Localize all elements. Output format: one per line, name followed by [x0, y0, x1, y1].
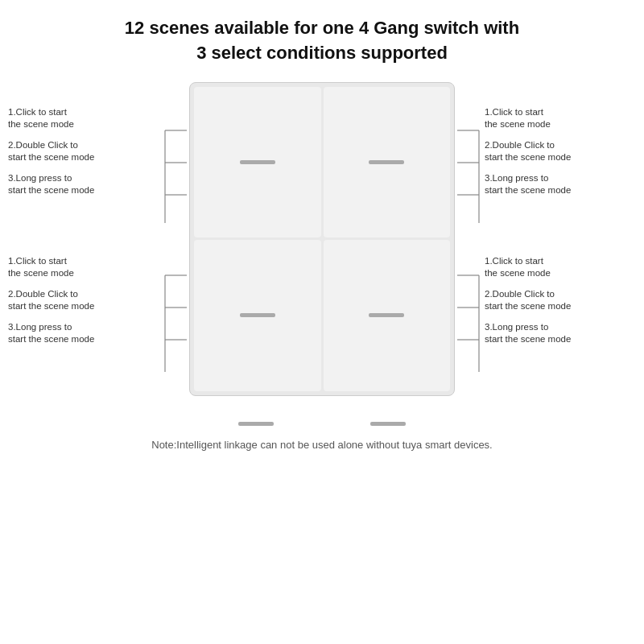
switch-quadrant-br[interactable] [324, 240, 451, 391]
title-line2: 3 select conditions supported [196, 43, 448, 63]
right-top-item2: 2.Double Click to start the scene mode [485, 139, 636, 164]
left-bottom-annotations: 1.Click to start the scene mode 2.Double… [8, 255, 159, 346]
bottom-indicator-left [238, 422, 274, 426]
switch-quadrant-bl[interactable] [194, 240, 321, 391]
switch-device [189, 82, 455, 396]
indicator-tr [369, 160, 404, 164]
switch-device-wrapper [189, 82, 455, 404]
note-text: Note:Intelligent linkage can not be used… [151, 437, 492, 453]
switch-quadrant-tr[interactable] [324, 87, 451, 238]
right-top-item3: 3.Long press to start the scene mode [485, 172, 636, 197]
title-line1: 12 scenes available for one 4 Gang switc… [125, 18, 519, 38]
indicator-bl [240, 313, 275, 317]
bottom-indicators [238, 422, 406, 426]
right-top-item1: 1.Click to start the scene mode [485, 106, 636, 131]
right-bottom-item3: 3.Long press to start the scene mode [485, 321, 636, 346]
left-top-item3: 3.Long press to start the scene mode [8, 172, 159, 197]
left-top-item1: 1.Click to start the scene mode [8, 106, 159, 131]
indicator-br [369, 313, 404, 317]
left-bottom-item3: 3.Long press to start the scene mode [8, 321, 159, 346]
left-top-annotations: 1.Click to start the scene mode 2.Double… [8, 106, 159, 197]
right-bottom-item2: 2.Double Click to start the scene mode [485, 288, 636, 313]
left-bottom-item2: 2.Double Click to start the scene mode [8, 288, 159, 313]
main-title: 12 scenes available for one 4 Gang switc… [125, 16, 519, 66]
bottom-indicator-right [370, 422, 406, 426]
right-bottom-annotations: 1.Click to start the scene mode 2.Double… [485, 255, 636, 346]
page-container: 12 scenes available for one 4 Gang switc… [0, 0, 644, 644]
right-bottom-item1: 1.Click to start the scene mode [485, 255, 636, 280]
left-bottom-item1: 1.Click to start the scene mode [8, 255, 159, 280]
switch-quadrant-tl[interactable] [194, 87, 321, 238]
left-top-item2: 2.Double Click to start the scene mode [8, 139, 159, 164]
right-top-annotations: 1.Click to start the scene mode 2.Double… [485, 106, 636, 197]
indicator-tl [240, 160, 275, 164]
